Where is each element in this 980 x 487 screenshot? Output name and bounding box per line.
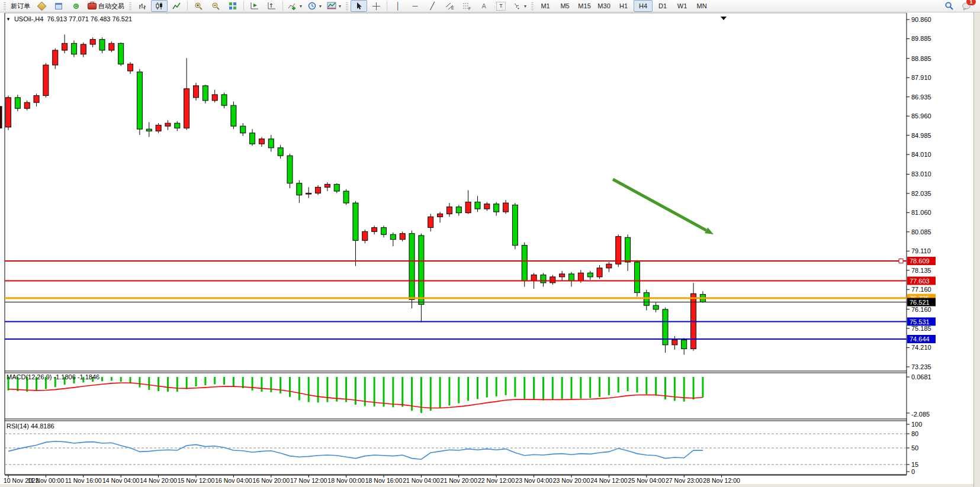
price-level-badge-label: 74.644 [910,336,930,343]
candle [625,237,631,262]
candle [156,125,161,131]
candle [606,264,612,268]
rsi-label: RSI(14) 44.8186 [7,423,54,430]
candle [381,228,387,235]
candle [456,207,461,213]
time-tick-label: 15 Nov 12:00 [178,477,215,484]
candle [34,96,39,103]
price-tick-label: 78.135 [911,267,931,274]
candle [297,183,302,195]
candle [15,98,20,108]
candle [682,340,687,349]
candle [512,205,518,245]
price-tick-label: 89.885 [911,35,931,42]
candle [644,293,649,306]
candle [475,202,480,209]
candle [653,305,658,309]
time-tick-label: 24 Nov 12:00 [590,477,628,484]
candle [90,40,95,44]
candle [334,184,339,191]
time-tick-label: 18 Nov 00:00 [327,477,365,484]
candle [465,202,471,212]
candle [165,123,171,126]
candle [203,86,208,101]
candle [484,204,490,209]
candle [343,191,349,203]
candle [353,203,358,240]
price-tick-label: 86.935 [911,93,931,101]
window-right-edge [973,12,980,487]
candle [6,98,11,127]
candle [231,105,236,126]
candle [446,207,452,214]
chart-plot[interactable]: 90.86089.88588.88587.91086.93585.96084.9… [0,0,980,487]
candle [287,156,293,183]
macd-axis-bottom-label: -2.085 [911,411,930,418]
candle [53,50,58,65]
candle [24,102,30,108]
time-tick-label: 27 Nov 23:00 [666,477,703,484]
candle [578,273,583,280]
price-tick-label: 85.960 [911,112,931,120]
partial-candle [0,107,2,128]
candle [128,64,133,71]
candle [560,274,565,277]
price-tick-label: 88.885 [911,55,931,62]
candle [550,277,555,283]
time-tick-label: 11 Nov 00:00 [28,477,65,484]
candle [278,148,283,156]
time-tick-label: 14 Nov 04:00 [102,477,140,484]
time-tick-label: 16 Nov 04:00 [215,477,252,484]
time-tick-label: 28 Nov 12:00 [703,477,740,484]
candle [438,214,443,217]
price-level-badge-label: 78.609 [910,257,930,265]
price-tick-label: 80.085 [911,228,931,236]
candle [81,44,86,54]
candle [109,43,114,50]
candle [306,193,311,194]
candle [569,274,574,281]
candle [362,231,368,240]
time-tick-label: 23 Nov 04:00 [515,477,552,484]
candle [531,275,536,281]
price-tick-label: 84.010 [911,151,931,158]
candle [43,65,49,96]
price-level-badge-label: 76.521 [910,299,930,306]
line-handle[interactable] [899,259,903,263]
price-tick-label: 83.010 [911,170,931,178]
price-tick-label: 76.160 [911,306,931,313]
candle [250,133,255,144]
rsi-axis-label: 50 [911,444,918,451]
price-tick-label: 75.185 [911,325,931,332]
macd-label: MACD(12,26,9) -1.1806 -1.1846 [7,373,99,380]
time-tick-label: 21 Nov 04:00 [403,477,440,484]
ohlc-values: 76.913 77.071 76.483 76.521 [47,15,132,22]
candle [221,95,227,105]
price-tick-label: 81.060 [911,209,931,216]
candle [146,129,152,131]
rsi-axis-label: 80 [911,430,918,437]
candle [400,234,405,240]
candle [99,40,105,50]
collapse-triangle-icon[interactable]: ▼ [6,17,11,22]
candle [372,228,377,232]
candle [212,95,217,101]
candle [268,139,274,148]
price-tick-label: 84.985 [911,132,931,139]
candle [616,237,621,265]
price-tick-label: 74.210 [911,344,931,351]
candle [541,275,546,283]
time-tick-label: 22 Nov 12:00 [478,477,515,484]
candle [175,123,180,128]
price-tick-label: 77.160 [911,286,931,293]
macd-axis-top-label: 0.0681 [911,373,931,380]
candle [194,86,199,98]
candle [494,204,499,212]
mt4-window: 新订单 自动交易 [0,0,980,487]
price-tick-label: 82.035 [911,190,931,197]
price-tick-label: 90.860 [911,16,931,23]
time-tick-label: 18 Nov 16:00 [365,477,403,484]
candle [522,246,527,281]
time-tick-label: 23 Nov 20:00 [553,477,590,484]
price-tick-label: 73.235 [911,363,931,370]
